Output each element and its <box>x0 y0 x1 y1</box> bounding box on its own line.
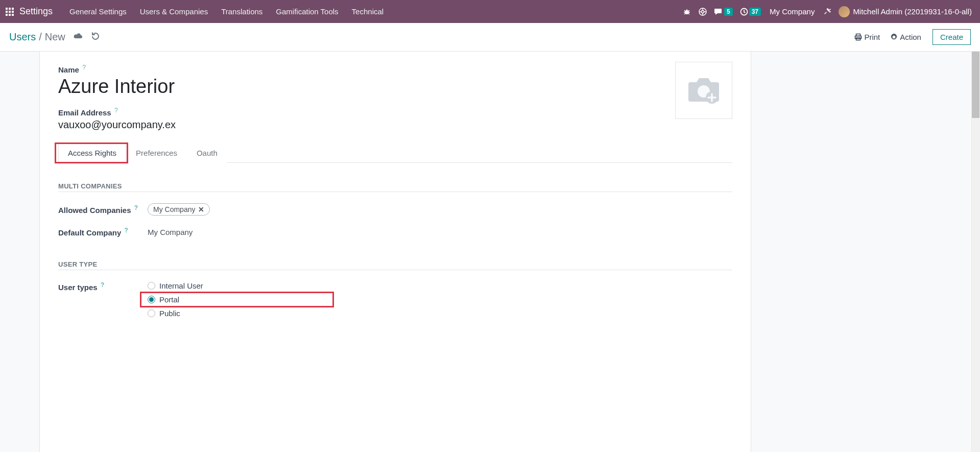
svg-rect-8 <box>12 14 14 16</box>
messages-badge: 5 <box>724 8 733 16</box>
app-title[interactable]: Settings <box>19 6 53 17</box>
svg-rect-1 <box>9 8 11 10</box>
breadcrumb-current: New <box>45 31 65 43</box>
svg-rect-5 <box>12 11 14 13</box>
tab-preferences[interactable]: Preferences <box>126 143 187 163</box>
name-input[interactable]: Azure Interior <box>58 76 732 98</box>
camera-plus-icon <box>685 75 722 106</box>
help-icon[interactable]: ? <box>114 107 118 114</box>
remove-tag-icon[interactable]: ✕ <box>198 205 204 213</box>
create-button[interactable]: Create <box>933 29 971 45</box>
svg-line-13 <box>684 10 685 11</box>
svg-rect-7 <box>9 14 11 16</box>
svg-line-15 <box>684 13 685 14</box>
user-types-label: User types <box>58 283 98 292</box>
radio-portal[interactable]: Portal <box>148 295 257 304</box>
menu-general-settings[interactable]: General Settings <box>69 7 127 16</box>
radio-internal-user[interactable]: Internal User <box>148 281 257 290</box>
image-upload[interactable] <box>675 62 732 119</box>
form-sheet: Name ? Azure Interior Email Address ? va… <box>39 52 751 452</box>
help-icon[interactable]: ? <box>101 281 104 289</box>
help-icon[interactable]: ? <box>125 227 128 234</box>
svg-point-18 <box>701 10 704 13</box>
scrollbar-track[interactable] <box>971 52 980 452</box>
menu-technical[interactable]: Technical <box>352 7 384 16</box>
gear-icon <box>890 33 898 41</box>
bug-icon[interactable] <box>683 8 691 16</box>
radio-label: Public <box>159 309 180 318</box>
action-label: Action <box>900 33 921 41</box>
radio-icon <box>148 282 155 290</box>
section-user-type: USER TYPE <box>58 260 732 270</box>
allowed-companies-label: Allowed Companies <box>58 206 131 215</box>
user-menu[interactable]: Mitchell Admin (22019931-16-0-all) <box>853 7 972 16</box>
avatar[interactable] <box>839 6 850 17</box>
svg-rect-2 <box>12 8 14 10</box>
svg-rect-3 <box>6 11 8 13</box>
print-icon <box>854 33 862 41</box>
menu-users-companies[interactable]: Users & Companies <box>140 7 208 16</box>
messages-icon[interactable]: 5 <box>714 8 733 16</box>
radio-icon <box>148 310 155 317</box>
svg-line-14 <box>688 10 689 11</box>
name-label: Name <box>58 65 79 74</box>
company-tag-label: My Company <box>153 205 195 213</box>
radio-public[interactable]: Public <box>148 309 257 318</box>
discard-icon[interactable] <box>91 32 100 43</box>
breadcrumb: Users / New <box>9 31 65 43</box>
default-company-input[interactable]: My Company <box>148 228 193 236</box>
control-bar: Users / New Print Action Create <box>0 23 980 52</box>
radio-label: Portal <box>159 295 179 304</box>
radio-label: Internal User <box>159 281 203 290</box>
company-tag[interactable]: My Company ✕ <box>148 203 210 216</box>
svg-line-16 <box>688 13 689 14</box>
support-icon[interactable] <box>698 7 707 16</box>
breadcrumb-separator: / <box>39 31 42 43</box>
email-input[interactable]: vauxoo@yourcompany.ex <box>58 119 732 131</box>
help-icon[interactable]: ? <box>134 204 138 211</box>
activities-badge: 37 <box>749 8 761 16</box>
scrollbar-thumb[interactable] <box>972 52 979 118</box>
cloud-save-icon[interactable] <box>73 32 83 42</box>
activities-icon[interactable]: 37 <box>740 8 761 16</box>
section-multi-companies: MULTI COMPANIES <box>58 182 732 192</box>
tab-oauth[interactable]: Oauth <box>187 143 227 163</box>
help-icon[interactable]: ? <box>82 64 86 71</box>
action-button[interactable]: Action <box>890 33 921 41</box>
apps-icon[interactable] <box>5 7 14 16</box>
breadcrumb-users[interactable]: Users <box>9 31 36 43</box>
menu-gamification[interactable]: Gamification Tools <box>276 7 338 16</box>
default-company-label: Default Company <box>58 228 121 237</box>
form-viewport: Name ? Azure Interior Email Address ? va… <box>0 52 980 452</box>
top-navbar: Settings General Settings Users & Compan… <box>0 0 980 23</box>
svg-rect-0 <box>6 8 8 10</box>
user-types-radio-group: Internal User Portal Public <box>148 281 257 318</box>
form-tabs: Access Rights Preferences Oauth <box>58 143 732 163</box>
svg-rect-4 <box>9 11 11 13</box>
company-switcher[interactable]: My Company <box>770 7 815 16</box>
radio-icon <box>148 296 155 303</box>
email-label: Email Address <box>58 108 111 117</box>
menu-translations[interactable]: Translations <box>221 7 262 16</box>
print-button[interactable]: Print <box>854 33 880 41</box>
tab-access-rights[interactable]: Access Rights <box>58 143 126 163</box>
print-label: Print <box>864 33 880 41</box>
svg-rect-6 <box>6 14 8 16</box>
tools-icon[interactable] <box>823 7 832 16</box>
